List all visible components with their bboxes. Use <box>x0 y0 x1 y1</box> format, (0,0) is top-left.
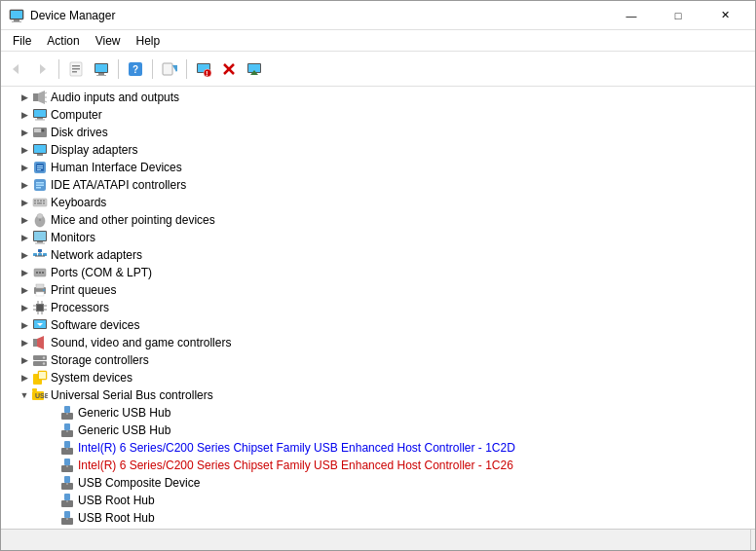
tree-item-roothub1[interactable]: USB Root Hub <box>1 492 755 509</box>
tree-item-print[interactable]: ▶ Print queues <box>1 281 755 299</box>
svg-marker-4 <box>13 64 19 74</box>
menu-file[interactable]: File <box>5 32 39 50</box>
tree-item-ports[interactable]: ▶ Ports (COM & LPT) <box>1 264 755 281</box>
tree-item-generic2[interactable]: Generic USB Hub <box>1 422 755 439</box>
svg-rect-106 <box>64 406 70 413</box>
tree-item-network[interactable]: ▶ Network adapters <box>1 246 755 264</box>
toggle-software[interactable]: ▶ <box>17 316 32 334</box>
monitors-icon <box>32 230 48 245</box>
toggle-intel1 <box>44 439 59 457</box>
tree-item-composite[interactable]: USB Composite Device <box>1 474 755 492</box>
scan-button[interactable] <box>243 57 266 81</box>
ports-icon <box>32 265 48 280</box>
toolbar-sep2 <box>118 59 119 79</box>
menu-action[interactable]: Action <box>39 32 87 50</box>
tree-item-display[interactable]: ▶ Display adapters <box>1 141 755 159</box>
ide-icon <box>32 177 48 193</box>
close-button[interactable]: ✕ <box>702 1 747 30</box>
toggle-processors[interactable]: ▶ <box>17 299 32 316</box>
svg-rect-57 <box>37 202 42 204</box>
toggle-computer[interactable]: ▶ <box>17 106 32 124</box>
tree-item-keyboards[interactable]: ▶ Keyboards <box>1 194 755 211</box>
toggle-ports[interactable]: ▶ <box>17 264 32 281</box>
software-label: Software devices <box>51 318 139 332</box>
software-icon <box>32 317 48 333</box>
menu-help[interactable]: Help <box>129 32 169 50</box>
toggle-storage[interactable]: ▶ <box>17 351 32 369</box>
toggle-sound[interactable]: ▶ <box>17 334 32 351</box>
tree-item-ide[interactable]: ▶ IDE ATA/ATAPI controllers <box>1 176 755 194</box>
usb-label: Universal Serial Bus controllers <box>51 388 213 402</box>
audio-icon <box>32 90 48 105</box>
ide-label: IDE ATA/ATAPI controllers <box>51 178 186 192</box>
toggle-ide[interactable]: ▶ <box>17 176 32 194</box>
disk-label: Disk drives <box>51 126 108 139</box>
uninstall-button[interactable] <box>217 57 241 81</box>
properties-button[interactable] <box>64 57 88 81</box>
system-icon <box>32 370 48 386</box>
storage-label: Storage controllers <box>51 353 149 367</box>
update-driver-button[interactable] <box>158 57 181 81</box>
menu-view[interactable]: View <box>88 32 129 50</box>
back-icon <box>9 61 24 77</box>
tree-item-monitors[interactable]: ▶ Monitors <box>1 229 755 246</box>
svg-rect-64 <box>37 241 43 243</box>
svg-rect-40 <box>34 145 46 153</box>
tree-item-roothub2[interactable]: USB Root Hub <box>1 509 755 527</box>
tree-item-processors[interactable]: ▶ Processors <box>1 299 755 316</box>
tree-item-hid[interactable]: ▶ Human Interface Devices <box>1 159 755 176</box>
forward-button[interactable] <box>30 57 54 81</box>
help-button[interactable]: ? <box>124 57 147 81</box>
tree-item-audio[interactable]: ▶ Audio inputs and outputs <box>1 89 755 106</box>
usb-device-icon7 <box>59 510 75 526</box>
keyboard-icon <box>32 195 48 210</box>
roothub1-label: USB Root Hub <box>78 494 155 507</box>
disable-button[interactable]: ! <box>192 57 215 81</box>
tree-item-sound[interactable]: ▶ Sound, video and game controllers <box>1 334 755 351</box>
minimize-button[interactable]: — <box>609 1 654 30</box>
device-manager-button[interactable] <box>90 57 113 81</box>
tree-item-intel1[interactable]: Intel(R) 6 Series/C200 Series Chipset Fa… <box>1 439 755 457</box>
maximize-button[interactable]: □ <box>656 1 700 30</box>
tree-view[interactable]: ▶ Audio inputs and outputs ▶ Computer ▶ <box>1 87 755 529</box>
svg-rect-50 <box>36 187 41 189</box>
svg-rect-2 <box>14 19 19 21</box>
toggle-monitors[interactable]: ▶ <box>17 229 32 246</box>
tree-item-intel2[interactable]: Intel(R) 6 Series/C200 Series Chipset Fa… <box>1 457 755 474</box>
display-icon <box>32 142 48 158</box>
tree-item-mice[interactable]: ▶ Mice and other pointing devices <box>1 211 755 229</box>
tree-item-software[interactable]: ▶ Software devices <box>1 316 755 334</box>
toggle-network[interactable]: ▶ <box>17 246 32 264</box>
toggle-print[interactable]: ▶ <box>17 281 32 299</box>
svg-rect-8 <box>72 68 80 70</box>
computer-icon <box>32 107 48 123</box>
back-button[interactable] <box>5 57 28 81</box>
svg-text:!: ! <box>206 69 208 77</box>
toggle-usb[interactable]: ▼ <box>17 386 32 404</box>
svg-rect-48 <box>36 182 44 184</box>
svg-rect-12 <box>98 73 104 75</box>
tree-item-generic1[interactable]: Generic USB Hub <box>1 404 755 422</box>
toggle-composite <box>44 474 59 492</box>
svg-rect-55 <box>43 201 45 202</box>
tree-item-system[interactable]: ▶ System devices <box>1 369 755 386</box>
toggle-display[interactable]: ▶ <box>17 141 32 159</box>
toggle-hid[interactable]: ▶ <box>17 159 32 176</box>
usb-device-icon4 <box>59 458 75 473</box>
mice-label: Mice and other pointing devices <box>51 213 215 227</box>
tree-item-computer[interactable]: ▶ Computer <box>1 106 755 124</box>
tree-item-disk[interactable]: ▶ Disk drives <box>1 124 755 141</box>
help-icon: ? <box>128 61 143 77</box>
toggle-keyboards[interactable]: ▶ <box>17 194 32 211</box>
svg-rect-102 <box>39 372 46 379</box>
intel1-label: Intel(R) 6 Series/C200 Series Chipset Fa… <box>78 441 515 455</box>
tree-item-storage[interactable]: ▶ Storage controllers <box>1 351 755 369</box>
toggle-mice[interactable]: ▶ <box>17 211 32 229</box>
tree-item-usb[interactable]: ▼ USB Universal Serial Bus controllers <box>1 386 755 404</box>
svg-rect-124 <box>64 511 70 518</box>
svg-point-75 <box>39 272 41 274</box>
toggle-system[interactable]: ▶ <box>17 369 32 386</box>
svg-point-61 <box>37 214 43 219</box>
toggle-audio[interactable]: ▶ <box>17 89 32 106</box>
toggle-disk[interactable]: ▶ <box>17 124 32 141</box>
